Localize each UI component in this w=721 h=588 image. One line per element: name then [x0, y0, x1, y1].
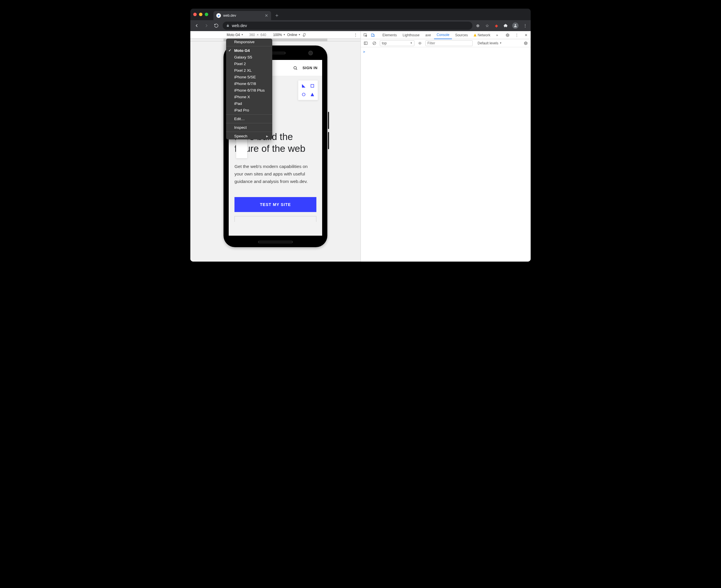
device-menu-responsive[interactable]: Responsive	[226, 39, 272, 45]
extension-icon-1[interactable]: ◆	[494, 23, 499, 28]
phone-side-button	[328, 132, 329, 149]
device-select[interactable]: Moto G4 ▼	[227, 33, 243, 37]
svg-point-2	[294, 66, 297, 69]
devtools-tab-axe[interactable]: axe	[423, 31, 434, 39]
svg-rect-1	[303, 33, 306, 36]
devtools-tab-console[interactable]: Console	[434, 31, 452, 39]
device-menu-item[interactable]: iPad	[226, 100, 272, 107]
close-tab-icon[interactable]: ✕	[265, 13, 268, 18]
chevron-down-icon: ▼	[283, 34, 285, 36]
zoom-select[interactable]: 100% ▼	[273, 33, 285, 37]
svg-point-0	[515, 24, 516, 26]
svg-rect-9	[373, 35, 375, 36]
test-my-site-button[interactable]: TEST MY SITE	[235, 197, 316, 212]
menu-separator	[226, 123, 272, 123]
add-to-icon[interactable]: ⊕	[475, 23, 480, 28]
device-menu-item[interactable]: iPad Pro	[226, 107, 272, 113]
console-sidebar-toggle-icon[interactable]	[362, 41, 369, 45]
console-settings-icon[interactable]	[523, 41, 529, 45]
inspect-element-icon[interactable]	[362, 32, 369, 39]
shape-circle-icon	[301, 91, 307, 98]
toolbar-right: ⊕ ☆ ◆ ⋮	[475, 22, 528, 29]
device-menu-speech[interactable]: Speech	[226, 133, 272, 140]
phone-side-button	[328, 112, 329, 129]
device-menu: Responsive Moto G4 Galaxy S5 Pixel 2 Pix…	[226, 39, 272, 140]
console-output[interactable]: >	[361, 47, 530, 261]
menu-separator	[226, 114, 272, 115]
menu-separator	[226, 46, 272, 46]
rotate-icon[interactable]	[302, 33, 306, 37]
phone-home-icon	[258, 241, 293, 243]
svg-point-5	[302, 93, 305, 96]
card-outline	[235, 216, 316, 222]
browser-tab[interactable]: ➤ web.dev ✕	[214, 11, 271, 20]
device-menu-item[interactable]: Pixel 2 XL	[226, 67, 272, 74]
device-menu-item[interactable]: iPhone 5/SE	[226, 74, 272, 80]
device-menu-item[interactable]: Galaxy S5	[226, 54, 272, 61]
search-icon[interactable]	[293, 65, 298, 70]
floating-card	[236, 138, 247, 159]
device-menu-item[interactable]: Moto G4	[226, 47, 272, 54]
console-prompt-icon: >	[363, 50, 365, 54]
bookmark-star-icon[interactable]: ☆	[484, 23, 490, 28]
new-tab-button[interactable]: ＋	[273, 11, 281, 19]
throttling-select[interactable]: Online ▼	[287, 33, 301, 37]
shape-triangle-icon	[301, 83, 307, 89]
shapes-card	[298, 80, 318, 100]
device-select-label: Moto G4	[227, 33, 240, 37]
execution-context-select[interactable]: top ▼	[380, 40, 415, 46]
browser-window: ➤ web.dev ✕ ＋ web.dev ⊕ ☆ ◆	[191, 9, 530, 261]
zoom-label: 100%	[273, 33, 282, 37]
live-expression-icon[interactable]	[417, 41, 423, 45]
reload-button[interactable]	[213, 22, 220, 29]
devtools-settings-icon[interactable]	[504, 32, 511, 39]
devtools-pane: Elements Lighthouse axe Console Sources …	[361, 31, 530, 261]
maximize-window-button[interactable]	[205, 13, 208, 16]
svg-rect-4	[311, 84, 314, 87]
viewport-width[interactable]: 360	[249, 33, 255, 37]
chevron-down-icon: ▼	[500, 42, 502, 44]
tab-strip: ➤ web.dev ✕ ＋	[191, 9, 530, 20]
chevron-down-icon: ▼	[241, 34, 243, 36]
device-menu-item[interactable]: iPhone 6/7/8	[226, 80, 272, 87]
address-bar[interactable]: web.dev	[223, 22, 473, 30]
log-levels-select[interactable]: Default levels ▼	[476, 41, 503, 45]
viewport-ruler	[191, 39, 361, 41]
menu-separator	[226, 132, 272, 132]
profile-avatar-icon[interactable]	[512, 22, 519, 29]
devtools-tab-sources[interactable]: Sources	[453, 31, 470, 39]
device-menu-item[interactable]: iPhone 6/7/8 Plus	[226, 87, 272, 93]
hero-body: Get the web's modern capabilities on you…	[235, 163, 316, 186]
svg-point-10	[507, 35, 508, 36]
device-emulation-pane: Moto G4 ▼ 360 × 640 100% ▼ Online ▼	[191, 31, 361, 261]
svg-point-16	[525, 43, 526, 44]
toggle-device-icon[interactable]	[369, 32, 376, 39]
browser-menu-icon[interactable]: ⋮	[523, 23, 528, 28]
extensions-icon[interactable]	[503, 23, 508, 28]
back-button[interactable]	[193, 22, 200, 29]
minimize-window-button[interactable]	[199, 13, 202, 16]
devtools-more-tabs[interactable]: »	[494, 31, 501, 39]
devtools-tab-network[interactable]: Network	[471, 31, 493, 39]
device-toolbar: Moto G4 ▼ 360 × 640 100% ▼ Online ▼	[191, 31, 361, 39]
close-window-button[interactable]	[193, 13, 197, 16]
devtools-tabbar: Elements Lighthouse axe Console Sources …	[361, 31, 530, 39]
devtools-tab-lighthouse[interactable]: Lighthouse	[400, 31, 422, 39]
device-menu-inspect[interactable]: Inspect	[226, 124, 272, 131]
devtools-tab-elements[interactable]: Elements	[380, 31, 399, 39]
devtools-menu-icon[interactable]: ⋮	[513, 32, 520, 39]
device-toolbar-menu-icon[interactable]: ⋮	[354, 33, 358, 37]
viewport-height[interactable]: 640	[260, 33, 266, 37]
clear-console-icon[interactable]	[371, 41, 378, 45]
device-menu-item[interactable]: iPhone X	[226, 93, 272, 100]
shape-triangle-up-icon	[309, 91, 316, 98]
console-toolbar: top ▼ Default levels ▼	[361, 39, 530, 47]
sign-in-button[interactable]: SIGN IN	[302, 66, 318, 70]
device-menu-edit[interactable]: Edit…	[226, 115, 272, 122]
dimension-x-icon: ×	[257, 33, 259, 37]
forward-button[interactable]	[203, 22, 210, 29]
device-menu-item[interactable]: Pixel 2	[226, 61, 272, 67]
devtools-close-icon[interactable]: ✕	[523, 32, 529, 39]
content-area: Moto G4 ▼ 360 × 640 100% ▼ Online ▼	[191, 31, 530, 261]
console-filter-input[interactable]	[425, 40, 473, 46]
